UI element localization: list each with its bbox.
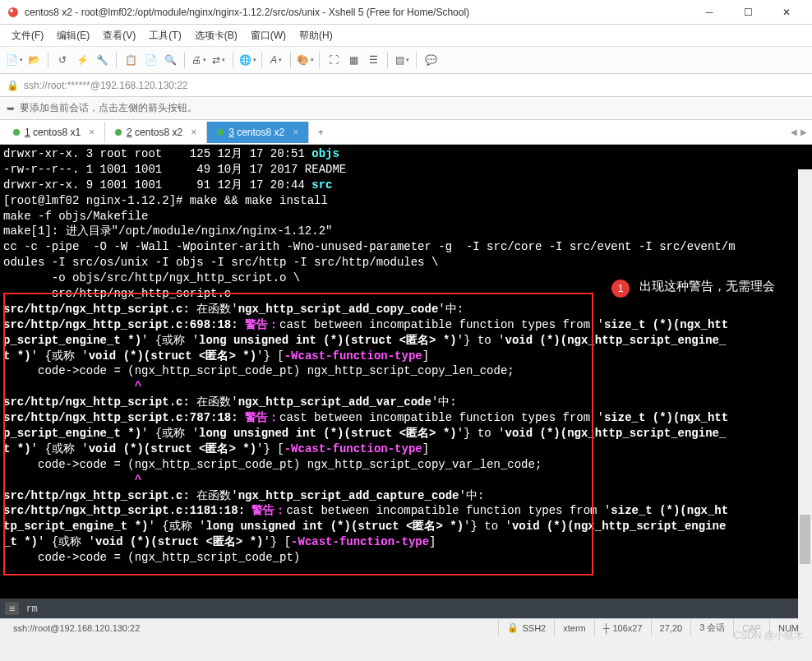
- help-icon[interactable]: 💬: [422, 51, 440, 69]
- status-size: ┼ 106x27: [594, 619, 651, 636]
- lock-icon: 🔒: [7, 80, 19, 91]
- close-icon[interactable]: ×: [191, 127, 196, 138]
- annotation-text: 出现这种警告，无需理会: [639, 278, 775, 294]
- close-icon[interactable]: ×: [293, 127, 298, 138]
- open-icon[interactable]: 📂: [25, 51, 43, 69]
- svg-point-1: [10, 9, 13, 12]
- paste-icon[interactable]: 📄: [141, 51, 159, 69]
- properties-icon[interactable]: 🔧: [93, 51, 111, 69]
- menu-tools[interactable]: 工具(T): [142, 26, 187, 45]
- reconnect-icon[interactable]: ↺: [53, 51, 72, 69]
- status-term: xterm: [554, 619, 594, 636]
- tab-bar: 1 centos8 x1× 2 centos8 x2× 3 centos8 x2…: [0, 120, 812, 145]
- menu-view[interactable]: 查看(V): [96, 26, 142, 45]
- add-tab-button[interactable]: +: [311, 122, 330, 142]
- cmd-input[interactable]: rm: [25, 603, 37, 614]
- address-url: ssh://root:******@192.168.120.130:22: [24, 80, 188, 91]
- status-pos: 27,20: [651, 619, 691, 636]
- grid-icon: ┼: [603, 623, 610, 633]
- annotation-number: 1: [611, 280, 630, 298]
- svg-point-0: [8, 7, 18, 17]
- terminal-scrollbar[interactable]: [798, 169, 812, 623]
- menu-window[interactable]: 窗口(W): [244, 26, 293, 45]
- terminal[interactable]: drwxr-xr-x. 3 root root 125 12月 17 20:51…: [0, 145, 812, 599]
- tab-1[interactable]: 1 centos8 x1×: [3, 122, 105, 143]
- tab-3[interactable]: 3 centos8 x2×: [207, 122, 309, 143]
- command-bar[interactable]: ≡ rm: [0, 599, 812, 618]
- copy-icon[interactable]: 📋: [122, 51, 140, 69]
- info-bar: ➥ 要添加当前会话，点击左侧的箭头按钮。: [0, 97, 812, 120]
- new-session-icon[interactable]: 📄: [5, 51, 23, 69]
- tab-next-icon[interactable]: ▶: [800, 127, 807, 136]
- menu-help[interactable]: 帮助(H): [293, 26, 339, 45]
- font-icon[interactable]: A: [267, 51, 285, 69]
- status-sessions: 3 会话: [690, 619, 733, 636]
- disconnect-icon[interactable]: ⚡: [73, 51, 91, 69]
- globe-icon[interactable]: 🌐: [238, 51, 256, 69]
- status-dot-icon: [217, 129, 224, 136]
- annotation-box: [3, 293, 593, 575]
- status-bar: ssh://root@192.168.120.130:22 🔒SSH2 xter…: [0, 618, 812, 636]
- cascade-icon[interactable]: ☰: [364, 51, 382, 69]
- window-title: centos8 x2 - root@lmf02:/opt/module/ngin…: [25, 7, 690, 18]
- tab-2[interactable]: 2 centos8 x2×: [105, 122, 207, 143]
- status-dot-icon: [13, 129, 20, 136]
- minimize-button[interactable]: ─: [690, 0, 728, 25]
- status-cap: CAP: [733, 619, 769, 636]
- menu-file[interactable]: 文件(F): [5, 26, 50, 45]
- scrollbar-thumb[interactable]: [800, 515, 810, 564]
- title-bar: centos8 x2 - root@lmf02:/opt/module/ngin…: [0, 0, 812, 25]
- cmd-prompt-icon: ≡: [5, 602, 19, 615]
- menu-tabs[interactable]: 选项卡(B): [188, 26, 244, 45]
- search-icon[interactable]: 🔍: [161, 51, 179, 69]
- arrow-icon[interactable]: ➥: [7, 103, 15, 114]
- status-address: ssh://root@192.168.120.130:22: [5, 619, 498, 636]
- info-text: 要添加当前会话，点击左侧的箭头按钮。: [20, 101, 197, 115]
- tile-icon[interactable]: ▦: [344, 51, 362, 69]
- status-ssh: 🔒SSH2: [498, 619, 554, 636]
- status-dot-icon: [115, 129, 122, 136]
- tab-prev-icon[interactable]: ◀: [791, 127, 797, 136]
- layout-icon[interactable]: ▤: [393, 51, 411, 69]
- fullscreen-icon[interactable]: ⛶: [325, 51, 343, 69]
- toolbar: 📄 📂 ↺ ⚡ 🔧 📋 📄 🔍 🖨 ⇄ 🌐 A 🎨 ⛶ ▦ ☰ ▤ 💬: [0, 46, 812, 74]
- transfer-icon[interactable]: ⇄: [210, 51, 228, 69]
- color-icon[interactable]: 🎨: [296, 51, 314, 69]
- menu-bar: 文件(F) 编辑(E) 查看(V) 工具(T) 选项卡(B) 窗口(W) 帮助(…: [0, 25, 812, 46]
- maximize-button[interactable]: ☐: [729, 0, 767, 25]
- app-icon: [7, 6, 20, 19]
- menu-edit[interactable]: 编辑(E): [50, 26, 96, 45]
- close-button[interactable]: ✕: [768, 0, 805, 25]
- print-icon[interactable]: 🖨: [190, 51, 208, 69]
- close-icon[interactable]: ×: [89, 127, 95, 138]
- lock-icon: 🔒: [507, 622, 519, 633]
- address-bar[interactable]: 🔒 ssh://root:******@192.168.120.130:22: [0, 74, 812, 97]
